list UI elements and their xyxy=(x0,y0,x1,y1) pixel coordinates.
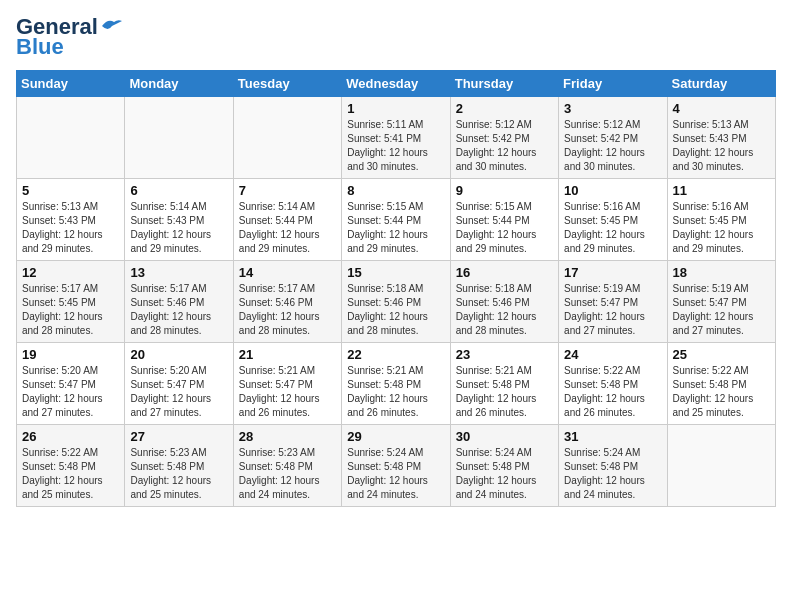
calendar-cell: 19Sunrise: 5:20 AM Sunset: 5:47 PM Dayli… xyxy=(17,343,125,425)
day-number: 15 xyxy=(347,265,444,280)
day-info: Sunrise: 5:24 AM Sunset: 5:48 PM Dayligh… xyxy=(564,446,661,502)
calendar-cell: 3Sunrise: 5:12 AM Sunset: 5:42 PM Daylig… xyxy=(559,97,667,179)
day-header-monday: Monday xyxy=(125,71,233,97)
day-info: Sunrise: 5:14 AM Sunset: 5:44 PM Dayligh… xyxy=(239,200,336,256)
day-number: 7 xyxy=(239,183,336,198)
day-header-sunday: Sunday xyxy=(17,71,125,97)
day-number: 19 xyxy=(22,347,119,362)
calendar-cell: 22Sunrise: 5:21 AM Sunset: 5:48 PM Dayli… xyxy=(342,343,450,425)
calendar-cell: 2Sunrise: 5:12 AM Sunset: 5:42 PM Daylig… xyxy=(450,97,558,179)
day-number: 25 xyxy=(673,347,770,362)
day-info: Sunrise: 5:21 AM Sunset: 5:47 PM Dayligh… xyxy=(239,364,336,420)
day-number: 21 xyxy=(239,347,336,362)
calendar-cell: 18Sunrise: 5:19 AM Sunset: 5:47 PM Dayli… xyxy=(667,261,775,343)
calendar-cell: 27Sunrise: 5:23 AM Sunset: 5:48 PM Dayli… xyxy=(125,425,233,507)
calendar-cell: 31Sunrise: 5:24 AM Sunset: 5:48 PM Dayli… xyxy=(559,425,667,507)
day-info: Sunrise: 5:11 AM Sunset: 5:41 PM Dayligh… xyxy=(347,118,444,174)
day-number: 31 xyxy=(564,429,661,444)
day-info: Sunrise: 5:24 AM Sunset: 5:48 PM Dayligh… xyxy=(347,446,444,502)
calendar-cell: 28Sunrise: 5:23 AM Sunset: 5:48 PM Dayli… xyxy=(233,425,341,507)
day-number: 9 xyxy=(456,183,553,198)
day-info: Sunrise: 5:20 AM Sunset: 5:47 PM Dayligh… xyxy=(130,364,227,420)
day-info: Sunrise: 5:20 AM Sunset: 5:47 PM Dayligh… xyxy=(22,364,119,420)
calendar-cell: 30Sunrise: 5:24 AM Sunset: 5:48 PM Dayli… xyxy=(450,425,558,507)
calendar-cell: 24Sunrise: 5:22 AM Sunset: 5:48 PM Dayli… xyxy=(559,343,667,425)
day-info: Sunrise: 5:17 AM Sunset: 5:46 PM Dayligh… xyxy=(130,282,227,338)
calendar-header: SundayMondayTuesdayWednesdayThursdayFrid… xyxy=(17,71,776,97)
day-number: 14 xyxy=(239,265,336,280)
calendar-cell: 26Sunrise: 5:22 AM Sunset: 5:48 PM Dayli… xyxy=(17,425,125,507)
day-number: 4 xyxy=(673,101,770,116)
day-number: 13 xyxy=(130,265,227,280)
day-info: Sunrise: 5:21 AM Sunset: 5:48 PM Dayligh… xyxy=(456,364,553,420)
day-info: Sunrise: 5:15 AM Sunset: 5:44 PM Dayligh… xyxy=(456,200,553,256)
logo-blue: Blue xyxy=(16,36,64,58)
day-number: 30 xyxy=(456,429,553,444)
day-info: Sunrise: 5:18 AM Sunset: 5:46 PM Dayligh… xyxy=(347,282,444,338)
calendar-cell: 6Sunrise: 5:14 AM Sunset: 5:43 PM Daylig… xyxy=(125,179,233,261)
day-info: Sunrise: 5:12 AM Sunset: 5:42 PM Dayligh… xyxy=(564,118,661,174)
calendar-cell xyxy=(17,97,125,179)
calendar-cell: 9Sunrise: 5:15 AM Sunset: 5:44 PM Daylig… xyxy=(450,179,558,261)
day-number: 5 xyxy=(22,183,119,198)
day-number: 28 xyxy=(239,429,336,444)
day-info: Sunrise: 5:16 AM Sunset: 5:45 PM Dayligh… xyxy=(673,200,770,256)
day-number: 24 xyxy=(564,347,661,362)
calendar-week-2: 5Sunrise: 5:13 AM Sunset: 5:43 PM Daylig… xyxy=(17,179,776,261)
calendar-cell: 12Sunrise: 5:17 AM Sunset: 5:45 PM Dayli… xyxy=(17,261,125,343)
calendar-body: 1Sunrise: 5:11 AM Sunset: 5:41 PM Daylig… xyxy=(17,97,776,507)
calendar-cell: 16Sunrise: 5:18 AM Sunset: 5:46 PM Dayli… xyxy=(450,261,558,343)
day-number: 23 xyxy=(456,347,553,362)
day-number: 3 xyxy=(564,101,661,116)
day-number: 6 xyxy=(130,183,227,198)
day-header-thursday: Thursday xyxy=(450,71,558,97)
calendar-cell: 11Sunrise: 5:16 AM Sunset: 5:45 PM Dayli… xyxy=(667,179,775,261)
calendar-cell: 23Sunrise: 5:21 AM Sunset: 5:48 PM Dayli… xyxy=(450,343,558,425)
calendar-cell: 7Sunrise: 5:14 AM Sunset: 5:44 PM Daylig… xyxy=(233,179,341,261)
day-info: Sunrise: 5:16 AM Sunset: 5:45 PM Dayligh… xyxy=(564,200,661,256)
day-info: Sunrise: 5:13 AM Sunset: 5:43 PM Dayligh… xyxy=(22,200,119,256)
calendar-cell: 4Sunrise: 5:13 AM Sunset: 5:43 PM Daylig… xyxy=(667,97,775,179)
page-header: General Blue xyxy=(16,16,776,58)
day-number: 29 xyxy=(347,429,444,444)
calendar-week-1: 1Sunrise: 5:11 AM Sunset: 5:41 PM Daylig… xyxy=(17,97,776,179)
day-number: 11 xyxy=(673,183,770,198)
day-info: Sunrise: 5:24 AM Sunset: 5:48 PM Dayligh… xyxy=(456,446,553,502)
day-number: 26 xyxy=(22,429,119,444)
day-info: Sunrise: 5:22 AM Sunset: 5:48 PM Dayligh… xyxy=(673,364,770,420)
calendar-cell xyxy=(233,97,341,179)
day-header-wednesday: Wednesday xyxy=(342,71,450,97)
day-number: 10 xyxy=(564,183,661,198)
calendar-cell: 20Sunrise: 5:20 AM Sunset: 5:47 PM Dayli… xyxy=(125,343,233,425)
calendar-week-4: 19Sunrise: 5:20 AM Sunset: 5:47 PM Dayli… xyxy=(17,343,776,425)
calendar-week-3: 12Sunrise: 5:17 AM Sunset: 5:45 PM Dayli… xyxy=(17,261,776,343)
day-info: Sunrise: 5:17 AM Sunset: 5:45 PM Dayligh… xyxy=(22,282,119,338)
day-info: Sunrise: 5:23 AM Sunset: 5:48 PM Dayligh… xyxy=(130,446,227,502)
logo: General Blue xyxy=(16,16,122,58)
day-number: 8 xyxy=(347,183,444,198)
day-header-tuesday: Tuesday xyxy=(233,71,341,97)
day-number: 20 xyxy=(130,347,227,362)
calendar-cell xyxy=(125,97,233,179)
day-number: 1 xyxy=(347,101,444,116)
calendar-cell xyxy=(667,425,775,507)
calendar-cell: 15Sunrise: 5:18 AM Sunset: 5:46 PM Dayli… xyxy=(342,261,450,343)
calendar-cell: 1Sunrise: 5:11 AM Sunset: 5:41 PM Daylig… xyxy=(342,97,450,179)
day-info: Sunrise: 5:21 AM Sunset: 5:48 PM Dayligh… xyxy=(347,364,444,420)
day-info: Sunrise: 5:18 AM Sunset: 5:46 PM Dayligh… xyxy=(456,282,553,338)
header-row: SundayMondayTuesdayWednesdayThursdayFrid… xyxy=(17,71,776,97)
day-number: 17 xyxy=(564,265,661,280)
calendar-cell: 25Sunrise: 5:22 AM Sunset: 5:48 PM Dayli… xyxy=(667,343,775,425)
day-info: Sunrise: 5:15 AM Sunset: 5:44 PM Dayligh… xyxy=(347,200,444,256)
calendar-table: SundayMondayTuesdayWednesdayThursdayFrid… xyxy=(16,70,776,507)
day-info: Sunrise: 5:17 AM Sunset: 5:46 PM Dayligh… xyxy=(239,282,336,338)
day-info: Sunrise: 5:23 AM Sunset: 5:48 PM Dayligh… xyxy=(239,446,336,502)
day-number: 18 xyxy=(673,265,770,280)
day-info: Sunrise: 5:19 AM Sunset: 5:47 PM Dayligh… xyxy=(673,282,770,338)
day-number: 16 xyxy=(456,265,553,280)
day-header-saturday: Saturday xyxy=(667,71,775,97)
day-number: 22 xyxy=(347,347,444,362)
day-header-friday: Friday xyxy=(559,71,667,97)
day-info: Sunrise: 5:13 AM Sunset: 5:43 PM Dayligh… xyxy=(673,118,770,174)
day-info: Sunrise: 5:12 AM Sunset: 5:42 PM Dayligh… xyxy=(456,118,553,174)
